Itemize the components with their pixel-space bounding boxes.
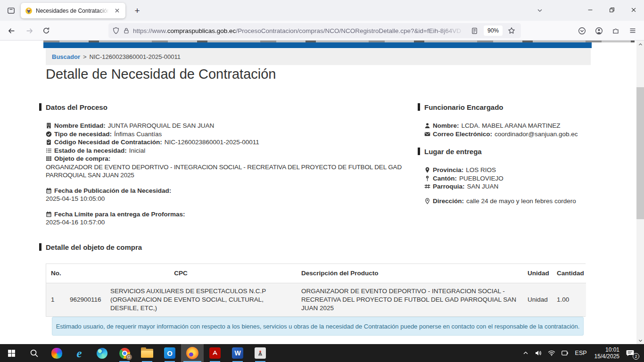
- field-label: Objeto de compra:: [54, 155, 110, 162]
- chrome-profile-badge: G: [126, 354, 132, 360]
- list-item-parroquia: Parroquia: SAN JUAN: [424, 182, 594, 191]
- field-value: SAN JUAN: [467, 183, 499, 190]
- bookmark-star-button[interactable]: [506, 25, 517, 36]
- browser-tab[interactable]: Necesidades de Contratación y: [21, 3, 125, 18]
- taskbar-chrome-button[interactable]: G: [113, 344, 136, 362]
- taskbar-firefox-button[interactable]: [181, 344, 204, 362]
- section-heading-detalle-objeto: Detalle del objeto de compra: [46, 243, 142, 251]
- field-value: Inicial: [129, 147, 146, 154]
- taskbar-java-app-button[interactable]: [249, 344, 272, 362]
- breadcrumb: Buscador > NIC-1260023860001-2025-00011: [46, 49, 591, 65]
- envelope-icon: [424, 131, 430, 137]
- clipboard-check-icon: [46, 139, 52, 145]
- scrollbar-down-arrow[interactable]: [636, 337, 644, 344]
- star-icon: [508, 27, 515, 34]
- start-button[interactable]: [0, 344, 23, 362]
- col-header-cpc: CPC: [65, 264, 297, 283]
- funcionario-items: Nombre: LCDA. MABEL ARANA MARTINEZ Corre…: [424, 122, 594, 138]
- taskbar-internet-explorer-button[interactable]: e: [68, 344, 91, 362]
- reader-mode-button[interactable]: [469, 25, 480, 36]
- firefox-view-button[interactable]: [4, 4, 18, 17]
- close-icon: [115, 8, 120, 13]
- list-icon: [46, 148, 52, 154]
- window-minimize-button[interactable]: [580, 0, 601, 20]
- col-header-descripcion: Descripción del Producto: [297, 264, 523, 283]
- tray-wifi-button[interactable]: [545, 344, 558, 362]
- minimize-icon: [587, 7, 594, 13]
- scrollbar-up-arrow[interactable]: [636, 41, 644, 48]
- field-value: NIC-1260023860001-2025-00011: [165, 139, 259, 146]
- tray-clock[interactable]: 10:01 15/4/2025: [591, 346, 623, 360]
- hamburger-icon: [629, 27, 636, 34]
- page-scrollbar[interactable]: [636, 41, 644, 344]
- tray-language-indicator[interactable]: ESP: [571, 350, 591, 356]
- list-item-nombre-funcionario: Nombre: LCDA. MABEL ARANA MARTINEZ: [424, 122, 594, 130]
- list-item-codigo-necesidad: Código Necesidad de Contratación: NIC-12…: [46, 138, 414, 147]
- url-domain: compraspublicas.gob.ec: [167, 27, 236, 34]
- pocket-icon: [578, 27, 586, 35]
- account-button[interactable]: [591, 23, 606, 38]
- map-marker-outline-icon: [424, 198, 430, 204]
- zoom-level-indicator[interactable]: 90%: [484, 25, 503, 36]
- forward-arrow-icon: [25, 27, 33, 35]
- field-label: Nombre Entidad:: [54, 122, 106, 129]
- forward-button[interactable]: [22, 23, 37, 38]
- site-header-blue-bar: [43, 42, 592, 48]
- taskbar-edge-button[interactable]: [91, 344, 113, 362]
- cell-producto: ORGANIZADOR DE EVENTO DEPORTIVO - INTEGR…: [297, 283, 523, 316]
- taskbar-copilot-button[interactable]: [45, 344, 68, 362]
- list-item-objeto-compra: Objeto de compra:: [46, 155, 414, 163]
- field-label: Correo Electrónico:: [433, 131, 492, 138]
- lock-icon[interactable]: [123, 27, 130, 34]
- objeto-compra-text: ORGANIZADOR DE EVENTO DEPORTIVO - INTEGR…: [46, 163, 414, 180]
- tray-notifications-button[interactable]: 2: [623, 344, 640, 362]
- section-heading-datos-proceso: Datos del Proceso: [46, 103, 107, 111]
- taskbar-outlook-button[interactable]: O: [158, 344, 181, 362]
- page-title: Detalle de Necesidad de Contratación: [46, 66, 276, 82]
- system-tray: ESP 10:01 15/4/2025 2: [520, 344, 644, 362]
- col-header-unidad: Unidad: [523, 264, 552, 283]
- datos-proceso-items: Nombre Entidad: JUNTA PARROQUIAL DE SAN …: [46, 122, 414, 227]
- list-item-estado-necesidad: Estado de la necesidad: Inicial: [46, 147, 414, 155]
- menu-button[interactable]: [625, 23, 640, 38]
- user-icon: [424, 123, 430, 129]
- screen: Necesidades de Contratación y +: [0, 0, 644, 362]
- cell-cpc-codigo: 962900116: [65, 283, 106, 316]
- table-row: 1 962900116 SERVICIOS AUXILIARES DE ESPE…: [46, 283, 586, 316]
- breadcrumb-link-buscador[interactable]: Buscador: [52, 53, 80, 60]
- cell-unidad: Unidad: [523, 283, 552, 316]
- window-close-button[interactable]: [623, 0, 644, 20]
- scrollbar-thumb[interactable]: [636, 87, 644, 219]
- url-prefix: https://www.: [133, 27, 167, 34]
- outlook-icon: O: [164, 347, 175, 359]
- tray-chevron-up-button[interactable]: [520, 344, 532, 362]
- info-banner: Estimado usuario, de requerir mayor info…: [52, 317, 584, 336]
- tray-volume-button[interactable]: [532, 344, 545, 362]
- breadcrumb-current: NIC-1260023860001-2025-00011: [90, 53, 181, 60]
- field-label: Cantón:: [433, 175, 457, 182]
- speaker-icon: [535, 349, 542, 357]
- field-value: Ínfimas Cuantías: [114, 131, 162, 138]
- tracking-shield-icon[interactable]: [112, 27, 120, 34]
- save-to-pocket-button[interactable]: [574, 23, 589, 38]
- reload-button[interactable]: [39, 23, 54, 38]
- chrome-icon: G: [119, 348, 130, 359]
- new-tab-button[interactable]: +: [130, 4, 144, 17]
- taskbar-file-explorer-button[interactable]: [136, 344, 158, 362]
- map-pin-icon: [424, 175, 430, 181]
- tray-display-connect-button[interactable]: [558, 344, 571, 362]
- chevron-down-icon: [537, 7, 543, 14]
- taskbar-acrobat-button[interactable]: [204, 344, 226, 362]
- back-button[interactable]: [4, 23, 19, 38]
- address-bar[interactable]: https://www.compraspublicas.gob.ec/Proce…: [108, 23, 521, 38]
- cell-cpc-descripcion: SERVICIOS AUXILIARES DE ESPECTACULOS N.C…: [106, 283, 297, 316]
- window-restore-button[interactable]: [602, 0, 622, 20]
- list-all-tabs-button[interactable]: [531, 4, 549, 17]
- section-heading-funcionario: Funcionario Encargado: [424, 103, 504, 111]
- taskbar-word-button[interactable]: W: [226, 344, 249, 362]
- tab-close-button[interactable]: [112, 6, 122, 16]
- fecha-publicacion-row: Fecha de Publicación de la Necesidad:: [46, 187, 414, 195]
- extensions-button[interactable]: [608, 23, 623, 38]
- fecha-limite-value: 2025-04-16 10:57:00: [46, 218, 414, 227]
- taskbar-search-button[interactable]: [23, 344, 45, 362]
